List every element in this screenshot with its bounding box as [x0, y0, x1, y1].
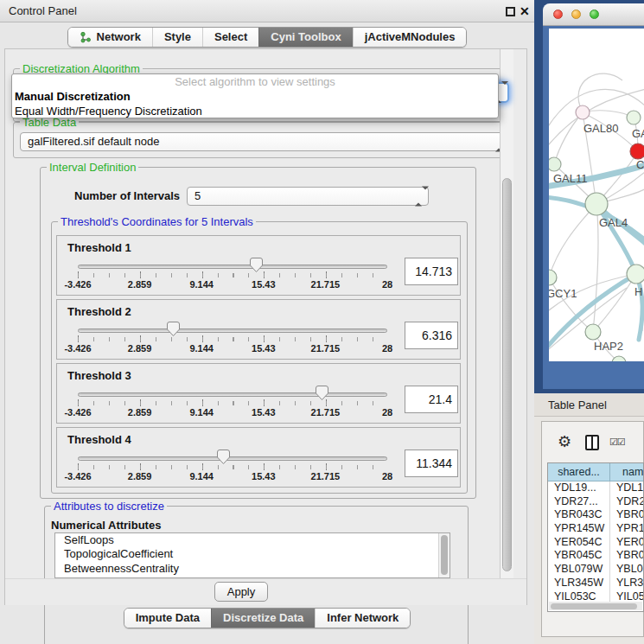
table-row[interactable]: YER054CYER054C	[548, 536, 643, 550]
table-cell-name[interactable]: YLR345W	[610, 577, 643, 590]
table-row[interactable]: YLR345WYLR345W	[548, 577, 643, 590]
network-edge[interactable]	[593, 274, 636, 332]
network-node[interactable]	[627, 111, 641, 124]
apply-button[interactable]: Apply	[214, 582, 268, 602]
algorithm-option-manual[interactable]: Manual Discretization	[12, 89, 498, 104]
slider-tick-label: 15.43	[252, 343, 276, 354]
threshold-2-slider-thumb[interactable]	[167, 322, 180, 336]
threshold-3-value[interactable]: 21.4	[405, 386, 458, 413]
network-node[interactable]	[549, 157, 561, 171]
zoom-traffic-light-icon[interactable]	[590, 10, 599, 19]
tab-discretize-data[interactable]: Discretize Data	[211, 609, 315, 628]
network-node[interactable]	[630, 143, 644, 159]
table-cell-name[interactable]: YER054C	[610, 536, 643, 550]
close-icon[interactable]: ✕	[520, 3, 530, 19]
network-node-label: GA	[632, 127, 644, 140]
slider-tick-label: 2.859	[128, 279, 152, 290]
table-data-combo[interactable]: galFiltered.sif default node	[20, 132, 509, 151]
slider-tick-label: 21.715	[311, 279, 341, 290]
number-of-intervals-combo[interactable]: 5	[187, 187, 429, 206]
table-row[interactable]: YBR045CYBR045C	[548, 549, 643, 563]
table-cell-shared-name[interactable]: YPR145W	[548, 522, 610, 536]
column-header-name[interactable]: name	[610, 463, 643, 481]
threshold-1-value[interactable]: 14.713	[405, 258, 458, 285]
network-edge[interactable]	[549, 204, 596, 277]
algorithm-option-equal-width[interactable]: Equal Width/Frequency Discretization	[12, 104, 498, 118]
table-row[interactable]: YDR27...YDR27...	[548, 495, 643, 509]
tab-network[interactable]: Network	[68, 28, 152, 47]
panel-scrollbar-thumb[interactable]	[502, 178, 512, 571]
list-scrollbar-thumb[interactable]	[441, 535, 448, 575]
table-cell-shared-name[interactable]: YBR043C	[548, 508, 610, 522]
combo-stepper-icon	[415, 190, 423, 203]
table-panel-title: Table Panel	[548, 393, 607, 417]
float-window-icon[interactable]	[506, 7, 515, 16]
checkboxes-icon[interactable]: ☑☑	[609, 437, 625, 448]
table-cell-shared-name[interactable]: YER054C	[548, 536, 610, 550]
network-node[interactable]	[627, 265, 644, 284]
network-node[interactable]	[585, 324, 601, 340]
threshold-4-value[interactable]: 11.344	[405, 450, 458, 477]
table-horizontal-scrollbar[interactable]	[549, 602, 642, 610]
table-cell-shared-name[interactable]: YBR045C	[548, 549, 610, 563]
threshold-1-slider-thumb[interactable]	[250, 258, 263, 272]
threshold-3-slider-track[interactable]	[78, 392, 387, 397]
table-cell-name[interactable]: YDR27...	[610, 495, 643, 509]
tab-cyni-toolbox[interactable]: Cyni Toolbox	[258, 28, 352, 47]
threshold-4-slider-thumb[interactable]	[217, 450, 230, 464]
tab-select[interactable]: Select	[202, 28, 258, 47]
network-node[interactable]	[576, 105, 590, 119]
table-row[interactable]: YDL19...YDL19...	[548, 481, 643, 495]
tab-infer-network[interactable]: Infer Network	[315, 609, 410, 628]
panel-scrollbar[interactable]	[500, 49, 513, 604]
algorithm-dropdown-popup: Select algorithm to view settings Manual…	[11, 73, 499, 118]
table-row[interactable]: YPR145WYPR145W	[548, 522, 643, 536]
numerical-attributes-list[interactable]: SelfLoopsTopologicalCoefficientBetweenne…	[54, 532, 450, 578]
table-cell-name[interactable]: YBR043C	[610, 508, 643, 522]
numerical-attributes-label: Numerical Attributes	[48, 519, 163, 532]
table-cell-name[interactable]: YPR145W	[610, 522, 643, 536]
threshold-3-slider-thumb[interactable]	[316, 386, 328, 400]
table-cell-shared-name[interactable]: YBL079W	[548, 563, 610, 577]
attributes-group-title: Attributes to discretize	[51, 500, 167, 513]
table-cell-shared-name[interactable]: YLR345W	[548, 577, 610, 590]
network-edge[interactable]	[593, 204, 598, 332]
table-horizontal-scrollbar-thumb[interactable]	[551, 603, 637, 609]
table-cell-name[interactable]: YDL19...	[610, 481, 643, 495]
table-cell-name[interactable]: YBL079W	[610, 563, 643, 577]
attribute-list-item[interactable]: SelfLoops	[55, 533, 450, 547]
gear-icon[interactable]: ⚙	[558, 432, 571, 451]
threshold-2-value[interactable]: 6.316	[405, 322, 458, 349]
table-cell-shared-name[interactable]: YDL19...	[548, 481, 610, 495]
tab-impute-data[interactable]: Impute Data	[124, 609, 211, 628]
threshold-4-label: Threshold 4	[67, 433, 131, 446]
attribute-list-item[interactable]: TopologicalCoefficient	[55, 547, 450, 561]
close-traffic-light-icon[interactable]	[553, 10, 563, 19]
network-edge[interactable]	[554, 112, 583, 164]
slider-tick-label: 21.715	[311, 471, 341, 481]
columns-icon[interactable]	[585, 435, 599, 450]
tab-jactivemnodules[interactable]: jActiveMNodules	[353, 28, 467, 47]
list-scrollbar[interactable]	[438, 533, 450, 577]
table-row[interactable]: YBL079WYBL079W	[548, 563, 643, 577]
threshold-2-label: Threshold 2	[67, 305, 131, 318]
threshold-2-slider-track[interactable]	[78, 328, 387, 333]
network-graph[interactable]: GAL80GACGAL11GAL4GCY1HHAP2	[549, 29, 644, 361]
network-window-titlebar[interactable]	[543, 3, 644, 26]
tab-style[interactable]: Style	[152, 28, 202, 47]
table-cell-shared-name[interactable]: YDR27...	[548, 495, 610, 509]
column-header-shared-name[interactable]: shared...	[548, 463, 610, 481]
network-node[interactable]	[585, 193, 608, 215]
network-node[interactable]	[549, 270, 557, 285]
threshold-1-slider-track[interactable]	[78, 265, 387, 269]
table-row[interactable]: YBR043CYBR043C	[548, 508, 643, 522]
slider-tick-label: 28	[382, 343, 392, 354]
table-cell-name[interactable]: YBR045C	[610, 549, 643, 563]
minimize-traffic-light-icon[interactable]	[571, 10, 581, 19]
network-canvas[interactable]: GAL80GACGAL11GAL4GCY1HHAP2	[549, 29, 644, 361]
attribute-list-item[interactable]: BetweennessCentrality	[55, 562, 450, 576]
network-node[interactable]	[612, 356, 626, 361]
number-of-intervals-label: Number of Intervals	[74, 189, 180, 202]
threshold-4-slider-track[interactable]	[78, 456, 387, 461]
tab-infer-network-label: Infer Network	[327, 609, 399, 628]
